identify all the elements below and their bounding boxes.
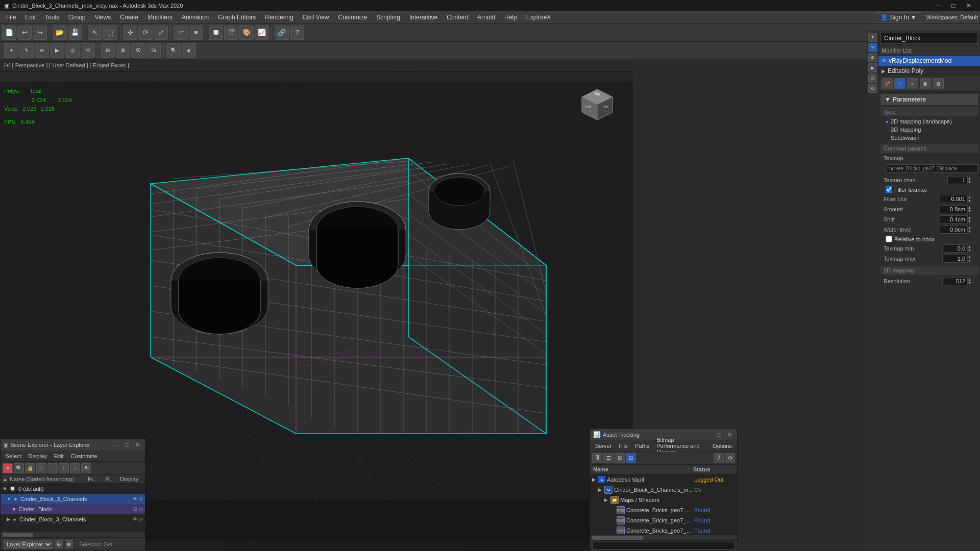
render-btn[interactable]: 🎬 [224,26,238,40]
relative-bbox-row[interactable]: Relative to bbox [880,235,978,243]
utilities-panel-btn[interactable]: ⚙ [81,43,95,58]
se-h-scrollbar[interactable] [1,531,145,537]
texture-chan-down[interactable]: ▼ [968,180,975,184]
maximize-button[interactable]: □ [946,0,961,11]
at-menu-file[interactable]: File [616,442,631,450]
configure-btn[interactable]: ⚙ [933,78,944,89]
navcube[interactable]: Top Left Frt [577,87,618,128]
type-2d-row[interactable]: ● 2D mapping (landscape) [880,117,978,126]
menu-scripting[interactable]: Scripting [372,13,404,22]
texmap-min-input[interactable] [942,244,968,253]
redo-btn[interactable]: ↪ [33,26,47,40]
menu-customize[interactable]: Customize [334,13,372,22]
se-menu-select[interactable]: Select [3,452,24,460]
se-row-cinder-channels-2[interactable]: ▶ ◈ Cinder_Block_3_Channels 👁 ◎ [1,514,145,524]
se-footer-btn2[interactable]: ⊗ [65,540,73,548]
close-button[interactable]: ✕ [962,0,976,11]
texmap-max-up[interactable]: ▲ [968,255,975,259]
water-level-up[interactable]: ▲ [968,226,975,230]
at-help-btn[interactable]: ? [714,453,724,463]
at-menu-options[interactable]: Options [709,442,735,450]
menu-arnold[interactable]: Arnold [473,13,499,22]
se-filter-btn[interactable]: ✕ [3,463,13,473]
se-footer-btn1[interactable]: ⊕ [55,540,63,548]
help-btn[interactable]: ? [290,26,304,40]
menu-animation[interactable]: Animation [178,13,213,22]
viewport-controls[interactable]: [+] [ Perspective ] [ User Defined ] [ E… [4,62,129,68]
se-row-default-layer[interactable]: 👁 🔲 0 (default) [1,484,145,494]
at-h-scrollbar[interactable] [590,534,737,540]
texture-chan-input[interactable] [947,176,968,184]
scale-btn[interactable]: ⤢ [154,26,168,40]
angle-snap-btn[interactable]: ⦿ [131,43,145,58]
texmap-max-input[interactable] [942,255,968,263]
se-scrollbar-thumb[interactable] [3,533,33,537]
at-row-basecolor[interactable]: PNG Concrete_Bricks_geo7_BaseColor.png F… [590,505,737,515]
pin-btn[interactable]: 📌 [881,78,893,89]
texmap-min-up[interactable]: ▲ [968,245,975,248]
modify-panel-btn[interactable]: ✎ [19,43,34,58]
modify-icon[interactable]: ✎ [868,43,877,52]
se-minimize-btn[interactable]: ─ [112,440,121,449]
resolution-up[interactable]: ▲ [968,278,975,281]
menu-group[interactable]: Group [64,13,89,22]
type-subdiv-row[interactable]: ○ Subdivision [880,134,978,142]
se-layer-dropdown[interactable]: Layer Explorer [4,540,53,549]
utilities-icon[interactable]: ⚙ [868,84,877,93]
at-list-btn[interactable]: ☰ [603,453,614,463]
at-detail-btn[interactable]: ⊟ [626,453,636,463]
menu-rendering[interactable]: Rendering [261,13,297,22]
menu-civil-view[interactable]: Civil View [299,13,333,22]
snap2d-btn[interactable]: ⊞ [101,43,115,58]
display-panel-btn[interactable]: ◎ [65,43,80,58]
at-grid-btn[interactable]: ⊞ [615,453,625,463]
at-row-metallic[interactable]: PNG Concrete_Bricks_geo7_Metallic.png Fo… [590,525,737,534]
hierarchy-icon[interactable]: ⊕ [868,53,877,62]
se-menu-customize[interactable]: Customize [68,452,101,460]
snap-btn[interactable]: 🔗 [275,26,289,40]
filter-blur-up[interactable]: ▲ [968,195,975,199]
menu-graph-editors[interactable]: Graph Editors [214,13,260,22]
modifier-editable-poly[interactable]: ▶ Editable Poly [878,66,980,76]
se-search-btn[interactable]: 🔍 [14,463,24,473]
at-row-vault[interactable]: ▶ A Autodesk Vault Logged Out [590,474,737,485]
at-close-btn[interactable]: ✕ [725,430,734,439]
menu-edit[interactable]: Edit [21,13,40,22]
menu-help[interactable]: Help [500,13,521,22]
texmap-value[interactable]: ncrete_Bricks_geo7_Displace [887,164,978,173]
snap3d-btn[interactable]: ⊠ [116,43,130,58]
filter-blur-down[interactable]: ▼ [968,199,975,203]
zoom-btn[interactable]: 🔍 [166,43,181,58]
delete-modifier-btn[interactable]: 🗑 [920,78,931,89]
signin-button[interactable]: 👤 Sign In ▼ [876,12,921,22]
filter-blur-input[interactable] [940,195,968,203]
modifier-stack-btn[interactable]: ≡ [894,78,905,89]
at-row-displacement[interactable]: PNG Concrete_Bricks_geo7_Displacement.pn… [590,515,737,525]
at-scrollbar-thumb[interactable] [592,536,643,540]
new-btn[interactable]: 📄 [2,26,16,40]
modifier-vray-displacement[interactable]: 👁 vRayDisplacementMod [878,56,980,66]
motion-icon[interactable]: ▶ [868,63,877,72]
relative-bbox-checkbox[interactable] [886,236,892,242]
save-btn[interactable]: 💾 [68,26,82,40]
at-row-maps-folder[interactable]: ▶ 📁 Maps / Shaders [590,495,737,505]
align-btn[interactable]: ≡ [189,26,203,40]
texmap-max-down[interactable]: ▼ [968,259,975,262]
se-move-down-btn[interactable]: ↓ [70,463,80,473]
create-panel-btn[interactable]: ✦ [4,43,18,58]
select-region-btn[interactable]: ⬚ [103,26,117,40]
at-settings-btn[interactable]: ⚙ [725,453,735,463]
mirror-btn[interactable]: ⇌ [174,26,188,40]
water-level-input[interactable] [940,226,968,234]
open-btn[interactable]: 📂 [53,26,67,40]
menu-create[interactable]: Create [116,13,142,22]
rotate-btn[interactable]: ⟳ [138,26,153,40]
water-level-down[interactable]: ▼ [968,230,975,233]
at-maximize-btn[interactable]: □ [715,430,724,439]
se-maximize-btn[interactable]: □ [122,440,132,449]
show-result-btn[interactable]: ✓ [907,78,918,89]
shift-down[interactable]: ▼ [968,219,975,223]
se-eye-btn[interactable]: 👁 [81,463,91,473]
resolution-down[interactable]: ▼ [968,281,975,285]
se-lock-btn[interactable]: 🔒 [25,463,35,473]
